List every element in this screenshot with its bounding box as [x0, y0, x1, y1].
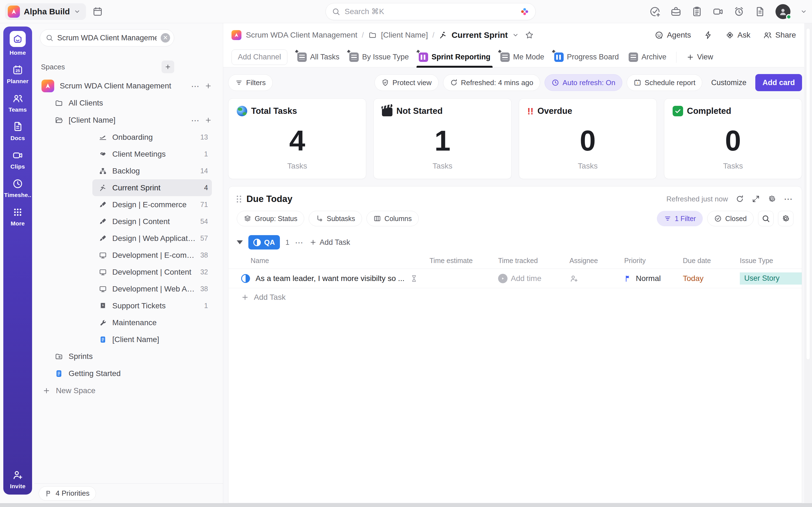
priority-cell[interactable]: Normal: [624, 274, 683, 283]
notepad-icon[interactable]: [92, 6, 103, 17]
rail-item-docs[interactable]: Docs: [10, 121, 25, 142]
col-issue-type[interactable]: Issue Type: [740, 257, 802, 265]
list-row-current-sprint[interactable]: Current Sprint 4: [92, 179, 212, 196]
tab-archive[interactable]: Archive: [629, 47, 666, 67]
ask-button[interactable]: Ask: [725, 31, 751, 40]
chevron-down-icon[interactable]: [800, 8, 807, 15]
list-row-client-name-doc[interactable]: [Client Name]: [92, 331, 212, 348]
group-by-button[interactable]: Group: Status: [237, 211, 304, 226]
add-task-icon[interactable]: [649, 6, 660, 17]
ellipsis-icon[interactable]: ⋯: [295, 238, 304, 247]
folder-row-sprints[interactable]: Sprints: [34, 348, 212, 365]
folder-row-all-clients[interactable]: All Clients: [34, 95, 212, 112]
search-in-view-button[interactable]: [758, 211, 773, 226]
rail-item-clips[interactable]: Clips: [10, 150, 25, 170]
card-total-tasks[interactable]: Total Tasks 4 Tasks: [228, 98, 366, 179]
clipboard-icon[interactable]: [692, 6, 703, 17]
expand-icon[interactable]: [752, 195, 760, 203]
list-row-design-ecommerce[interactable]: Design | E-commerce 71: [92, 196, 212, 213]
due-date-cell[interactable]: Today: [683, 274, 740, 283]
briefcase-icon[interactable]: [670, 6, 681, 17]
list-row-design-webapp[interactable]: Design | Web Application 57: [92, 230, 212, 247]
task-name[interactable]: As a team leader, I want more visibilty …: [256, 274, 404, 283]
auto-refresh-toggle[interactable]: Auto refresh: On: [545, 74, 622, 91]
card-overdue[interactable]: !! Overdue 0 Tasks: [519, 98, 657, 179]
issue-type-cell[interactable]: User Story: [740, 272, 802, 285]
collapse-triangle-icon[interactable]: [237, 240, 243, 244]
space-row[interactable]: Scrum WDA Client Management ⋯: [34, 77, 212, 95]
add-task-button[interactable]: Add Task: [229, 293, 429, 302]
list-row-dev-ecommerce[interactable]: Development | E-commerce 38: [92, 247, 212, 264]
view-settings-button[interactable]: [778, 211, 794, 226]
list-row-design-content[interactable]: Design | Content 54: [92, 213, 212, 230]
list-row-client-meetings[interactable]: Client Meetings 1: [92, 146, 212, 162]
chevron-down-icon[interactable]: [512, 32, 519, 39]
doc-row-getting-started[interactable]: Getting Started: [34, 365, 212, 382]
col-priority[interactable]: Priority: [624, 257, 683, 265]
tab-me-mode[interactable]: Me Mode: [500, 47, 544, 67]
sidebar-search-input[interactable]: [57, 34, 157, 42]
hourglass-icon[interactable]: [410, 274, 418, 283]
rail-item-timesheets[interactable]: Timeshe..: [4, 178, 31, 199]
table-row[interactable]: As a team leader, I want more visibilty …: [229, 269, 802, 288]
assignee-cell[interactable]: [569, 274, 624, 283]
list-row-support-tickets[interactable]: $ Support Tickets 1: [92, 297, 212, 314]
tab-progress-board[interactable]: Progress Board: [554, 47, 619, 67]
share-button[interactable]: Share: [763, 31, 796, 40]
schedule-report-button[interactable]: Schedule report: [627, 74, 703, 91]
list-row-backlog[interactable]: Backlog 14: [92, 162, 212, 179]
col-assignee[interactable]: Assignee: [569, 257, 624, 265]
scrollbar-thumb[interactable]: [806, 28, 810, 360]
video-icon[interactable]: [712, 6, 723, 17]
gear-icon[interactable]: [768, 195, 776, 203]
rail-item-teams[interactable]: Teams: [9, 93, 27, 113]
list-row-onboarding[interactable]: Onboarding 13: [92, 129, 212, 146]
rail-item-home[interactable]: Home: [9, 31, 26, 56]
agents-button[interactable]: Agents: [655, 31, 691, 40]
refreshed-button[interactable]: Refreshed: 4 mins ago: [443, 74, 541, 91]
workspace-switcher[interactable]: Alpha Build: [5, 3, 86, 20]
task-status-icon[interactable]: [241, 274, 250, 283]
user-avatar[interactable]: [775, 4, 791, 19]
automations-button[interactable]: [704, 31, 713, 40]
status-badge[interactable]: QA: [248, 235, 280, 249]
add-time-button[interactable]: Add time: [498, 274, 569, 283]
add-view-button[interactable]: View: [687, 53, 713, 61]
filters-button[interactable]: Filters: [228, 74, 273, 91]
card-not-started[interactable]: Not Started 1 Tasks: [373, 98, 511, 179]
breadcrumb-view[interactable]: Current Sprint: [452, 31, 508, 40]
ellipsis-icon[interactable]: ⋯: [191, 81, 200, 91]
rail-item-invite[interactable]: Invite: [10, 469, 26, 490]
list-row-dev-webapp[interactable]: Development | Web Applicati... 38: [92, 280, 212, 297]
closed-button[interactable]: Closed: [707, 211, 754, 226]
breadcrumb-folder[interactable]: [Client Name]: [381, 31, 428, 40]
customize-button[interactable]: Customize: [711, 78, 747, 87]
col-due-date[interactable]: Due date: [683, 257, 740, 265]
col-time-estimate[interactable]: Time estimate: [429, 257, 498, 265]
add-channel-button[interactable]: Add Channel: [232, 49, 287, 65]
folder-row-client-name[interactable]: [Client Name] ⋯: [34, 112, 212, 129]
star-icon[interactable]: [525, 31, 534, 40]
tab-by-issue-type[interactable]: By Issue Type: [349, 47, 409, 67]
col-time-tracked[interactable]: Time tracked: [498, 257, 569, 265]
rail-item-planner[interactable]: 25 Planner: [7, 64, 29, 84]
new-space-button[interactable]: New Space: [34, 382, 212, 399]
tab-sprint-reporting[interactable]: Sprint Reporting: [419, 47, 490, 67]
rail-item-more[interactable]: More: [11, 207, 25, 227]
global-search[interactable]: [325, 3, 536, 20]
space-avatar-icon[interactable]: [232, 30, 242, 40]
card-completed[interactable]: Completed 0 Tasks: [664, 98, 802, 179]
ai-sparkle-icon[interactable]: [520, 7, 529, 16]
ellipsis-icon[interactable]: ⋯: [784, 194, 794, 204]
alarm-clock-icon[interactable]: [733, 6, 745, 17]
tab-all-tasks[interactable]: All Tasks: [297, 47, 339, 67]
drag-handle-icon[interactable]: [237, 195, 242, 203]
list-row-dev-content[interactable]: Development | Content 32: [92, 264, 212, 280]
global-search-input[interactable]: [345, 7, 515, 16]
group-add-task-button[interactable]: Add Task: [309, 238, 350, 247]
one-filter-button[interactable]: 1 Filter: [657, 211, 703, 226]
ellipsis-icon[interactable]: ⋯: [191, 115, 200, 125]
clear-search-icon[interactable]: ✕: [161, 33, 170, 43]
add-space-icon[interactable]: [161, 60, 174, 73]
plus-icon[interactable]: [205, 82, 212, 90]
